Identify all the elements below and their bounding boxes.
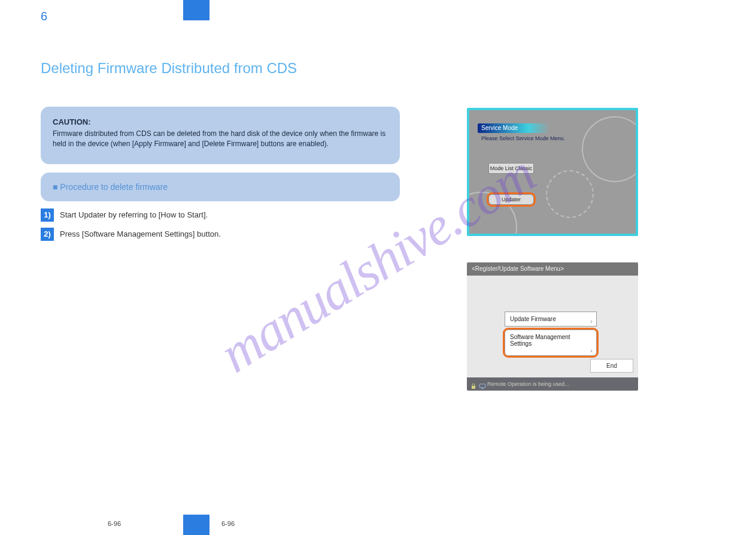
mode-list-classic-button[interactable]: Mode List Classic [488,163,534,174]
svg-rect-2 [481,388,484,389]
svg-rect-1 [479,384,485,388]
figure-service-mode: Service Mode Please Select Service Mode … [467,108,638,236]
fig1-subtitle: Please Select Service Mode Menu. [481,135,565,141]
caution-title: CAUTION: [53,117,388,126]
gear-icon [582,116,638,182]
chapter-square-bottom [183,515,210,535]
software-management-settings-button[interactable]: Software Management Settings [505,330,597,356]
page-title: Deleting Firmware Distributed from CDS [41,60,400,77]
step-text: Press [Software Management Settings] but… [60,228,221,238]
chapter-square-top [183,0,210,20]
procedure-heading: ■ Procedure to delete firmware [41,173,400,201]
monitor-icon [479,381,485,387]
updater-button[interactable]: Updater [488,194,534,205]
status-text: Remote Operation is being used... [487,377,569,391]
step-number-icon: 1) [41,208,54,222]
fig2-status-bar: Remote Operation is being used... [467,377,638,391]
page-number: 6-96 [108,520,121,527]
chapter-number: 6 [41,10,47,23]
svg-rect-0 [472,386,475,389]
fig2-body: Update Firmware Software Management Sett… [467,276,638,377]
step-1: 1) Start Updater by referring to [How to… [41,208,400,222]
fig2-title: <Register/Update Software Menu> [467,262,638,276]
fig1-title: Service Mode [478,123,549,133]
footer: 6-96 [221,520,235,527]
end-button[interactable]: End [590,359,633,373]
step-number-icon: 2) [41,228,54,241]
step-text: Start Updater by referring to [How to St… [60,208,208,219]
update-firmware-button[interactable]: Update Firmware [505,312,597,327]
figure-register-update-menu: <Register/Update Software Menu> Update F… [467,262,638,391]
caution-body: Firmware distributed from CDS can be del… [53,129,388,150]
lock-icon [470,381,476,387]
step-2: 2) Press [Software Management Settings] … [41,228,400,241]
caution-box: CAUTION: Firmware distributed from CDS c… [41,107,400,164]
gear-icon [546,170,594,218]
